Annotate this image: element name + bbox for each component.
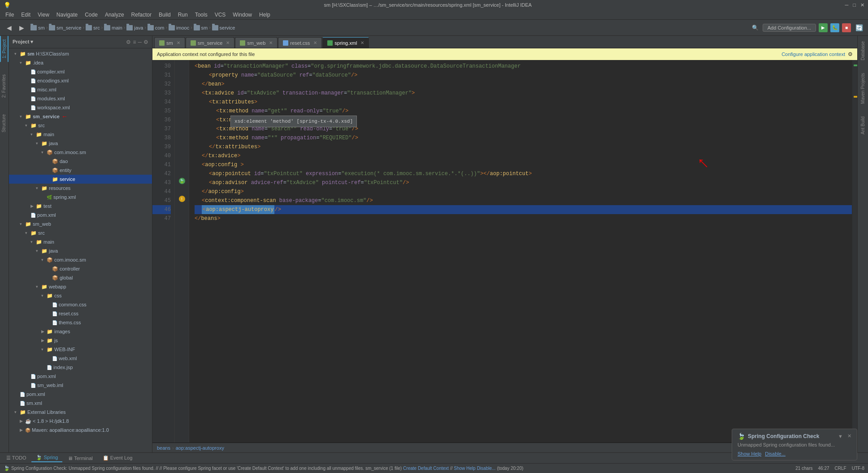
tree-external-libs[interactable]: ▾📁External Libraries xyxy=(9,408,152,417)
tree-src[interactable]: ▾📁src xyxy=(9,121,152,130)
menu-window[interactable]: Window xyxy=(229,11,256,19)
menu-vcs[interactable]: VCS xyxy=(211,11,230,19)
nav-sm[interactable]: sm xyxy=(38,25,45,30)
status-encoding[interactable]: UTF-8 xyxy=(852,466,864,471)
tree-css-folder[interactable]: ▾📁css xyxy=(9,291,152,300)
tree-sm-web[interactable]: ▾📁sm_web xyxy=(9,219,152,228)
menu-run[interactable]: Run xyxy=(174,11,191,19)
tree-resources[interactable]: ▾📁resources xyxy=(9,184,152,193)
tree-index-jsp[interactable]: 📄index.jsp xyxy=(9,363,152,372)
menu-code[interactable]: Code xyxy=(81,11,101,19)
menu-tools[interactable]: Tools xyxy=(191,11,211,19)
configure-link[interactable]: Configure application context xyxy=(781,52,845,57)
tab-structure[interactable]: Structure xyxy=(0,111,8,136)
tree-pom-service[interactable]: 📄pom.xml xyxy=(9,211,152,219)
spring-panel-disable[interactable]: Disable... xyxy=(765,451,786,456)
code-content[interactable]: <bean id="transactionManager" class="org… xyxy=(189,60,852,443)
tree-common-css[interactable]: 📄common.css xyxy=(9,300,152,309)
breadcrumb-aop-aspectj[interactable]: aop:aspectj-autoproxy xyxy=(176,445,224,451)
tree-modules-xml[interactable]: 📄modules.xml xyxy=(9,94,152,103)
warning-gutter-icon[interactable]: ! xyxy=(179,196,185,202)
tree-src-web[interactable]: ▾📁src xyxy=(9,228,152,237)
tree-sm-xml[interactable]: 📄sm.xml xyxy=(9,399,152,408)
tree-workspace-xml[interactable]: 📄workspace.xml xyxy=(9,103,152,112)
tree-pom-root[interactable]: 📄pom.xml xyxy=(9,390,152,399)
tab-project[interactable]: 1: Project xyxy=(0,36,9,62)
disable-link[interactable]: Disable... xyxy=(477,466,496,471)
tree-dao[interactable]: 📦dao xyxy=(9,157,152,166)
sidebar-minimize[interactable]: ─ xyxy=(138,39,142,45)
nav-src[interactable]: src xyxy=(93,25,100,30)
tree-com-imooc-sm-web[interactable]: ▾📦com.imooc.sm xyxy=(9,255,152,264)
tree-sm-root[interactable]: ▾📁sm H:\SXClass\sm xyxy=(9,49,152,58)
nav-sm2[interactable]: sm xyxy=(201,25,208,30)
tree-reset-css[interactable]: 📄reset.css xyxy=(9,309,152,318)
right-panel-maven[interactable]: Maven Projects xyxy=(859,69,866,108)
menu-view[interactable]: View xyxy=(34,11,53,19)
nav-service[interactable]: service xyxy=(220,25,235,30)
run-btn[interactable]: ▶ xyxy=(819,23,828,32)
spring-panel-close[interactable]: ✕ xyxy=(847,433,851,439)
right-panel-ant-build[interactable]: Ant Build xyxy=(859,113,866,138)
tab-reset-css[interactable]: reset.css ✕ xyxy=(278,37,322,48)
close-btn[interactable]: ✕ xyxy=(860,2,864,8)
editor-scrollbar[interactable] xyxy=(852,60,857,443)
spring-panel-show-help[interactable]: Show Help xyxy=(738,451,761,456)
status-crlf[interactable]: CRLF xyxy=(835,466,846,471)
search-everywhere-btn[interactable]: 🔍 xyxy=(751,23,760,32)
sidebar-gear[interactable]: ⚙ xyxy=(143,39,148,45)
tab-terminal[interactable]: 🖥 Terminal xyxy=(63,455,97,462)
spring-gutter-icon[interactable]: 🍃 xyxy=(179,178,185,184)
tree-encodings-xml[interactable]: 📄encodings.xml xyxy=(9,76,152,85)
code-editor[interactable]: 30 31 32 33 34 35 36 37 38 39 40 41 42 4… xyxy=(152,60,857,443)
tree-spring-xml[interactable]: 🌿spring.xml xyxy=(9,193,152,202)
nav-imooc[interactable]: imooc xyxy=(176,25,189,30)
tree-service[interactable]: 📁service xyxy=(9,175,152,184)
tree-global[interactable]: 📦global xyxy=(9,273,152,282)
menu-help[interactable]: Help xyxy=(256,11,274,19)
nav-java[interactable]: java xyxy=(134,25,143,30)
tree-test[interactable]: ▶📁test xyxy=(9,202,152,211)
tree-web-xml[interactable]: 📄web.xml xyxy=(9,354,152,363)
sidebar-settings[interactable]: ⚙ xyxy=(126,39,131,45)
nav-sm-service[interactable]: sm_service xyxy=(56,25,82,30)
toolbar-back[interactable]: ◀ xyxy=(4,22,14,33)
toolbar-update-btn[interactable]: 🔄 xyxy=(854,22,864,33)
tree-thems-css[interactable]: 📄thems.css xyxy=(9,318,152,327)
menu-analyze[interactable]: Analyze xyxy=(101,11,128,19)
right-panel-database[interactable]: Database xyxy=(859,38,866,64)
tree-java-web[interactable]: ▾📁java xyxy=(9,246,152,255)
menu-file[interactable]: File xyxy=(2,11,17,19)
tree-webapp[interactable]: ▾📁webapp xyxy=(9,282,152,291)
tree-java[interactable]: ▾📁java xyxy=(9,139,152,148)
debug-btn[interactable]: 🐛 xyxy=(830,23,839,32)
tab-spring-xml[interactable]: spring.xml ✕ xyxy=(322,37,369,48)
tab-sm[interactable]: sm ✕ xyxy=(154,37,185,48)
add-config-btn[interactable]: Add Configuration... xyxy=(763,24,816,32)
menu-edit[interactable]: Edit xyxy=(17,11,34,19)
tree-controller[interactable]: 📦controller xyxy=(9,264,152,273)
tree-main-web[interactable]: ▾📁main xyxy=(9,237,152,246)
tree-images[interactable]: ▶📁images xyxy=(9,327,152,336)
tree-idea[interactable]: ▾📁.idea xyxy=(9,58,152,67)
tab-favorites[interactable]: 2: Favorites xyxy=(0,71,8,101)
menu-build[interactable]: Build xyxy=(155,11,174,19)
toolbar-forward[interactable]: ▶ xyxy=(16,22,27,33)
maximize-btn[interactable]: □ xyxy=(853,2,856,8)
tree-js[interactable]: ▶📁js xyxy=(9,336,152,345)
nav-com[interactable]: com xyxy=(155,25,165,30)
show-help-link[interactable]: Show Help xyxy=(454,466,475,471)
create-default-ctx[interactable]: Create Default Context xyxy=(403,466,449,471)
tree-sm-service[interactable]: ▾📁sm_service ← xyxy=(9,112,152,121)
tab-spring[interactable]: 🍃 Spring xyxy=(31,454,62,462)
warning-gear[interactable]: ⚙ xyxy=(848,51,853,57)
sidebar-expand[interactable]: ≡ xyxy=(133,39,136,45)
tab-todo[interactable]: ☰ TODO xyxy=(2,454,30,462)
breadcrumb-beans[interactable]: beans xyxy=(157,445,170,451)
tree-main[interactable]: ▾📁main xyxy=(9,130,152,139)
tab-sm-web[interactable]: sm_web ✕ xyxy=(235,37,278,48)
menu-navigate[interactable]: Navigate xyxy=(53,11,81,19)
nav-main[interactable]: main xyxy=(112,25,122,30)
tree-pom-web[interactable]: 📄pom.xml xyxy=(9,372,152,381)
menu-refactor[interactable]: Refactor xyxy=(128,11,155,19)
